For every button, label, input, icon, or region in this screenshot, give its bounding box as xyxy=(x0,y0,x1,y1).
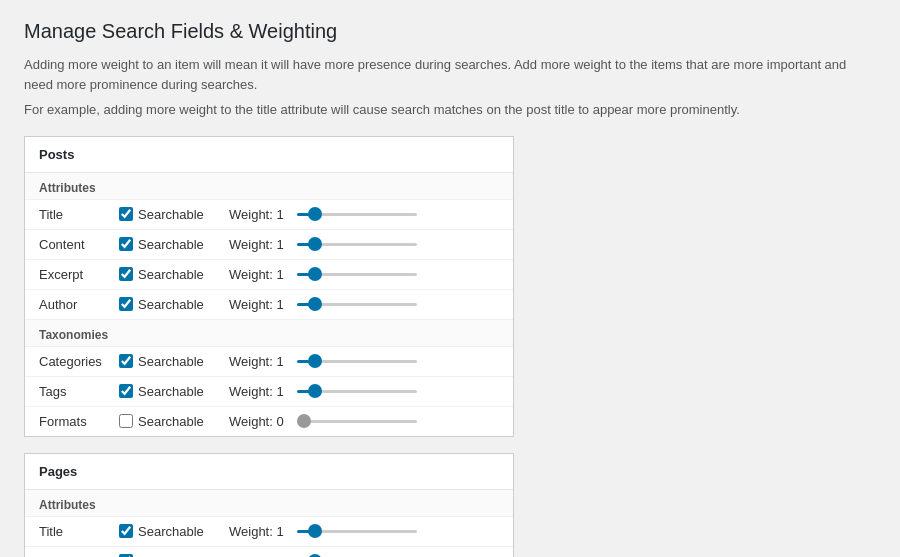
searchable-label: Searchable xyxy=(138,267,204,282)
weight-slider[interactable] xyxy=(297,303,417,306)
field-name-label: Excerpt xyxy=(39,267,119,282)
description-1: Adding more weight to an item will mean … xyxy=(24,55,876,94)
searchable-checkbox-label[interactable]: Searchable xyxy=(119,354,229,369)
table-row: TitleSearchableWeight: 1 xyxy=(25,517,513,547)
description-2: For example, adding more weight to the t… xyxy=(24,100,876,120)
searchable-label: Searchable xyxy=(138,414,204,429)
weight-label: Weight: 1 xyxy=(229,297,289,312)
searchable-label: Searchable xyxy=(138,237,204,252)
searchable-checkbox-label[interactable]: Searchable xyxy=(119,554,229,558)
searchable-checkbox[interactable] xyxy=(119,207,133,221)
searchable-checkbox[interactable] xyxy=(119,384,133,398)
field-name-label: Content xyxy=(39,237,119,252)
searchable-checkbox-label[interactable]: Searchable xyxy=(119,524,229,539)
weight-slider[interactable] xyxy=(297,273,417,276)
searchable-checkbox-label[interactable]: Searchable xyxy=(119,207,229,222)
searchable-label: Searchable xyxy=(138,297,204,312)
field-name-label: Title xyxy=(39,524,119,539)
searchable-checkbox-label[interactable]: Searchable xyxy=(119,414,229,429)
searchable-label: Searchable xyxy=(138,354,204,369)
weight-slider[interactable] xyxy=(297,390,417,393)
slider-container xyxy=(297,390,499,393)
searchable-checkbox-label[interactable]: Searchable xyxy=(119,237,229,252)
slider-container xyxy=(297,273,499,276)
group-label-attributes: Attributes xyxy=(25,173,513,200)
searchable-checkbox[interactable] xyxy=(119,297,133,311)
field-name-label: Content xyxy=(39,554,119,558)
table-row: FormatsSearchableWeight: 0 xyxy=(25,407,513,436)
table-row: ContentSearchableWeight: 1 xyxy=(25,230,513,260)
searchable-checkbox[interactable] xyxy=(119,414,133,428)
table-row: TitleSearchableWeight: 1 xyxy=(25,200,513,230)
weight-slider[interactable] xyxy=(297,213,417,216)
searchable-checkbox-label[interactable]: Searchable xyxy=(119,267,229,282)
slider-container xyxy=(297,530,499,533)
searchable-checkbox[interactable] xyxy=(119,524,133,538)
weight-slider[interactable] xyxy=(297,420,417,423)
weight-label: Weight: 1 xyxy=(229,524,289,539)
searchable-checkbox-label[interactable]: Searchable xyxy=(119,384,229,399)
weight-slider[interactable] xyxy=(297,243,417,246)
slider-container xyxy=(297,420,499,423)
section-posts: PostsAttributesTitleSearchableWeight: 1C… xyxy=(24,136,514,437)
weight-label: Weight: 1 xyxy=(229,237,289,252)
group-label-taxonomies: Taxonomies xyxy=(25,320,513,347)
searchable-checkbox[interactable] xyxy=(119,354,133,368)
weight-slider[interactable] xyxy=(297,360,417,363)
weight-label: Weight: 1 xyxy=(229,354,289,369)
searchable-checkbox-label[interactable]: Searchable xyxy=(119,297,229,312)
slider-container xyxy=(297,243,499,246)
table-row: ExcerptSearchableWeight: 1 xyxy=(25,260,513,290)
slider-container xyxy=(297,360,499,363)
weight-label: Weight: 1 xyxy=(229,267,289,282)
table-row: TagsSearchableWeight: 1 xyxy=(25,377,513,407)
slider-container xyxy=(297,303,499,306)
weight-label: Weight: 0 xyxy=(229,414,289,429)
table-row: ContentSearchableWeight: 1 xyxy=(25,547,513,558)
section-title-pages: Pages xyxy=(25,454,513,490)
section-pages: PagesAttributesTitleSearchableWeight: 1C… xyxy=(24,453,514,558)
searchable-label: Searchable xyxy=(138,207,204,222)
weight-label: Weight: 1 xyxy=(229,207,289,222)
field-name-label: Author xyxy=(39,297,119,312)
slider-container xyxy=(297,213,499,216)
searchable-checkbox[interactable] xyxy=(119,267,133,281)
weight-label: Weight: 1 xyxy=(229,384,289,399)
page-title: Manage Search Fields & Weighting xyxy=(24,20,876,43)
table-row: CategoriesSearchableWeight: 1 xyxy=(25,347,513,377)
searchable-label: Searchable xyxy=(138,554,204,558)
searchable-label: Searchable xyxy=(138,384,204,399)
field-name-label: Title xyxy=(39,207,119,222)
weight-label: Weight: 1 xyxy=(229,554,289,558)
field-name-label: Formats xyxy=(39,414,119,429)
group-label-attributes: Attributes xyxy=(25,490,513,517)
table-row: AuthorSearchableWeight: 1 xyxy=(25,290,513,320)
field-name-label: Categories xyxy=(39,354,119,369)
section-title-posts: Posts xyxy=(25,137,513,173)
searchable-checkbox[interactable] xyxy=(119,237,133,251)
field-name-label: Tags xyxy=(39,384,119,399)
searchable-label: Searchable xyxy=(138,524,204,539)
weight-slider[interactable] xyxy=(297,530,417,533)
